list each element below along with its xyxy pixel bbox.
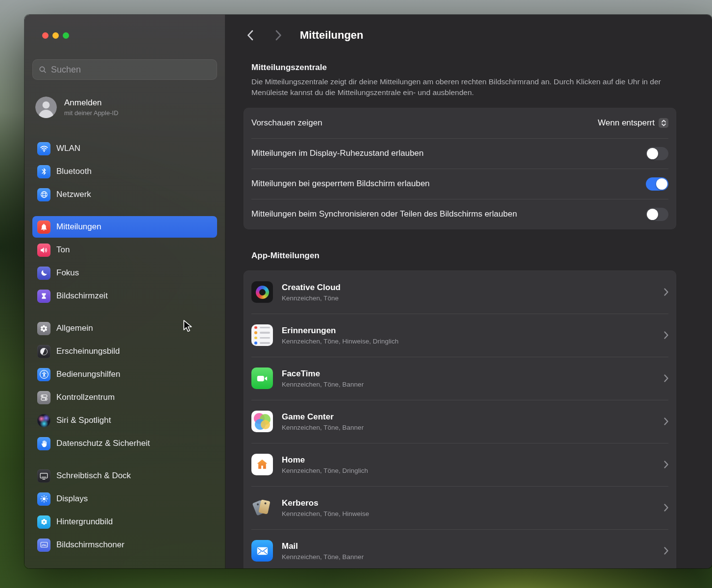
sidebar-item-bildschirmzeit[interactable]: Bildschirmzeit [32,285,217,307]
display-sleep-toggle[interactable] [646,147,668,160]
section-description: Die Mitteilungszentrale zeigt dir deine … [251,76,673,98]
settings-row-synchronisieren-teilen: Mitteilungen beim Synchronisieren oder T… [244,199,676,229]
sidebar-item-bedienungshilfen[interactable]: Bedienungshilfen [32,364,217,385]
chevron-right-icon [664,504,668,512]
hourglass-icon [37,290,50,303]
app-row-mail[interactable]: Mail Kennzeichen, Töne, Banner [244,529,676,568]
accessibility-icon [37,368,50,381]
app-row-creative-cloud[interactable]: Creative Cloud Kennzeichen, Töne [244,270,676,314]
sidebar-item-displays[interactable]: Displays [32,488,217,510]
sidebar-item-label: Ton [56,245,70,255]
sidebar-item-fokus[interactable]: Fokus [32,262,217,284]
sidebar-item-label: Fokus [56,268,79,278]
section-heading-app-mitteilungen: App-Mitteilungen [251,251,676,261]
zoom-window-button[interactable] [63,32,69,39]
sidebar-item-label: Schreibtisch & Dock [56,471,131,481]
row-label: Mitteilungen beim Synchronisieren oder T… [251,209,517,219]
system-settings-window: Anmelden mit deiner Apple-ID WLAN Blueto… [25,15,712,568]
app-row-game-center[interactable]: Game Center Kennzeichen, Töne, Banner [244,400,676,443]
screensaver-icon [37,539,50,552]
app-row-kerberos[interactable]: Kerberos Kennzeichen, Töne, Hinweise [244,486,676,529]
facetime-icon [251,368,273,389]
sidebar-item-siri-spotlight[interactable]: Siri & Spotlight [32,410,217,431]
app-subtitle: Kennzeichen, Töne [282,294,655,302]
main-header: Mitteilungen [225,15,712,56]
chevron-right-icon [664,461,668,468]
app-subtitle: Kennzeichen, Töne, Banner [282,381,655,388]
sidebar-item-wlan[interactable]: WLAN [32,138,217,159]
home-icon [251,454,273,475]
sidebar-item-label: Bedienungshilfen [56,369,120,379]
sidebar-item-label: Kontrollzentrum [56,392,115,402]
gear-icon [37,322,50,335]
page-title: Mitteilungen [300,29,364,42]
chevron-right-icon [664,417,668,425]
close-window-button[interactable] [42,32,49,39]
kerberos-icon [251,497,273,518]
hand-icon [37,437,50,450]
app-name: Kerberos [282,498,655,508]
sidebar-item-netzwerk[interactable]: Netzwerk [32,184,217,205]
sidebar-item-allgemein[interactable]: Allgemein [32,318,217,339]
chevron-right-icon [664,288,668,296]
app-subtitle: Kennzeichen, Töne, Banner [282,553,655,561]
siri-icon [37,414,50,427]
app-name: Home [282,455,655,465]
sidebar-item-label: WLAN [56,144,80,153]
row-label: Mitteilungen bei gesperrtem Bildschirm e… [251,179,430,189]
sidebar-item-schreibtisch-dock[interactable]: Schreibtisch & Dock [32,465,217,487]
sidebar-item-bildschirmschoner[interactable]: Bildschirmschoner [32,534,217,556]
sidebar-item-mitteilungen[interactable]: Mitteilungen [32,216,217,238]
section-heading-mitteilungszentrale: Mitteilungszentrale [251,63,676,73]
sidebar-item-ton[interactable]: Ton [32,239,217,261]
sidebar-item-kontrollzentrum[interactable]: Kontrollzentrum [32,387,217,408]
lock-screen-toggle[interactable] [646,177,668,191]
minimize-window-button[interactable] [52,32,59,39]
chevron-right-icon [664,547,668,555]
app-notifications-card: Creative Cloud Kennzeichen, Töne [244,270,676,568]
chevron-right-icon [664,331,668,339]
settings-row-gesperrter-bildschirm: Mitteilungen bei gesperrtem Bildschirm e… [244,169,676,199]
speaker-icon [37,244,50,257]
appearance-icon [37,345,50,358]
sidebar-item-label: Displays [56,494,88,504]
globe-icon [37,188,50,201]
sidebar-item-datenschutz[interactable]: Datenschutz & Sicherheit [32,433,217,454]
app-name: Creative Cloud [282,283,655,293]
search-field[interactable] [32,59,217,80]
main-pane: Mitteilungen Mitteilungszentrale Die Mit… [225,15,712,568]
wifi-icon [37,142,50,155]
back-chevron-button[interactable] [244,29,256,41]
account-subtitle: mit deiner Apple-ID [64,109,119,117]
app-name: Erinnerungen [282,326,655,336]
search-input[interactable] [51,65,211,75]
avatar-icon [35,97,57,118]
mail-icon [251,540,273,562]
sidebar-nav: WLAN Bluetooth Netzwerk [32,138,217,556]
settings-row-display-ruhezustand: Mitteilungen im Display-Ruhezustand erla… [244,138,676,169]
settings-row-vorschauen: Vorschauen zeigen Wenn entsperrt [244,108,676,138]
toggle-knob [647,148,658,159]
apple-id-row[interactable]: Anmelden mit deiner Apple-ID [32,97,217,118]
sidebar-item-label: Bluetooth [56,167,92,176]
bell-icon [37,220,50,234]
search-icon [39,66,47,74]
forward-chevron-button[interactable] [272,29,284,41]
sidebar-item-bluetooth[interactable]: Bluetooth [32,161,217,182]
app-row-home[interactable]: Home Kennzeichen, Töne, Dringlich [244,443,676,486]
app-row-erinnerungen[interactable]: Erinnerungen Kennzeichen, Töne, Hinweise… [244,314,676,357]
previews-popup-button[interactable]: Wenn entsperrt [598,118,668,128]
toggle-knob [656,178,667,190]
app-subtitle: Kennzeichen, Töne, Hinweise [282,510,655,517]
sidebar-item-hintergrundbild[interactable]: Hintergrundbild [32,511,217,533]
app-row-facetime[interactable]: FaceTime Kennzeichen, Töne, Banner [244,357,676,400]
notification-center-card: Vorschauen zeigen Wenn entsperrt Mitteil… [244,108,676,229]
desktop: { "colors": { "accent": "#2e6be5", "side… [0,0,712,588]
sidebar-item-label: Bildschirmzeit [56,291,108,301]
sidebar-item-label: Siri & Spotlight [56,416,111,425]
wallpaper-icon [37,515,50,529]
sidebar-item-label: Netzwerk [56,190,91,199]
sidebar-item-erscheinungsbild[interactable]: Erscheinungsbild [32,341,217,362]
popup-value: Wenn entsperrt [598,118,655,128]
screen-sharing-toggle[interactable] [646,208,668,221]
